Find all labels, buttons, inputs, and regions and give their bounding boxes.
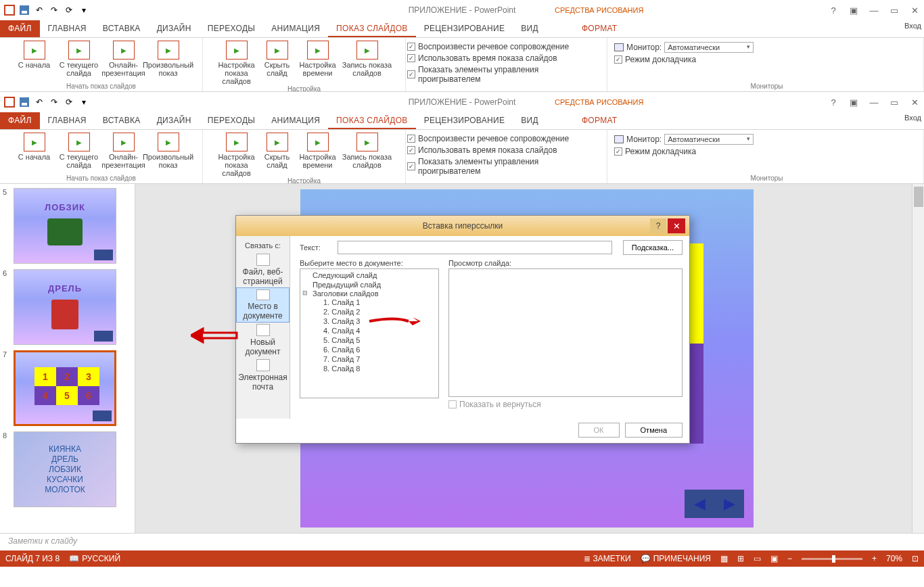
help-icon[interactable]: ? [827,3,840,17]
place-tree[interactable]: Следующий слайд Предыдущий слайд Заголов… [300,268,439,398]
slide-nav-buttons[interactable]: ◀▶ [685,490,744,518]
monitor-select[interactable]: Автоматически [664,134,754,145]
link-to-place-in-doc[interactable]: Место в документе [236,287,290,323]
minimize-icon[interactable]: — [867,3,881,17]
display-text-input[interactable] [338,241,612,254]
tab-slideshow[interactable]: ПОКАЗ СЛАЙДОВ [328,112,416,129]
btn-setup-show[interactable]: Настройка показа слайдов [216,131,258,177]
tab-review[interactable]: РЕЦЕНЗИРОВАНИЕ [416,20,513,37]
cb-media-controls[interactable]: ✓Показать элементы управления проигрыват… [407,65,603,84]
btn-from-beginning[interactable]: С начала [14,131,55,169]
sign-in-link[interactable]: Вход [904,114,921,122]
btn-hide-slide[interactable]: Скрыть слайд [260,39,294,85]
qat-redo-icon[interactable]: ↷ [47,3,61,17]
tab-animations[interactable]: АНИМАЦИЯ [263,112,328,129]
btn-from-beginning[interactable]: С начала [14,39,55,77]
tree-slide-6[interactable]: 6. Слайд 6 [300,345,438,354]
view-sorter-icon[interactable]: ⊞ [737,554,744,563]
zoom-out-icon[interactable]: − [787,554,792,563]
qat-repeat-icon[interactable]: ⟳ [62,95,76,109]
btn-rehearse[interactable]: Настройка времени [297,131,339,177]
qat-more-icon[interactable]: ▾ [77,95,91,109]
btn-hide-slide[interactable]: Скрыть слайд [260,131,294,177]
qat-repeat-icon[interactable]: ⟳ [62,3,76,17]
editor-scrollbar[interactable] [912,184,924,533]
btn-from-current[interactable]: С текущего слайда [58,39,100,77]
tab-file[interactable]: ФАЙЛ [0,112,40,129]
dialog-titlebar[interactable]: Вставка гиперссылки ? ✕ [236,216,689,236]
link-to-email[interactable]: Электронная почта [236,358,290,393]
tab-review[interactable]: РЕЦЕНЗИРОВАНИЕ [416,112,513,129]
help-icon[interactable]: ? [827,95,840,109]
thumb-6[interactable]: ДРЕЛЬ [14,269,116,345]
zoom-in-icon[interactable]: + [872,554,877,563]
qat-powerpoint-icon[interactable] [3,95,16,109]
restore-icon[interactable]: ▭ [887,95,901,109]
cb-presenter-view[interactable]: ✓Режим докладчика [614,147,754,156]
tree-next-slide[interactable]: Следующий слайд [300,271,438,280]
tab-file[interactable]: ФАЙЛ [0,20,40,37]
status-notes-toggle[interactable]: ≣ ЗАМЕТКИ [584,554,631,563]
btn-rehearse[interactable]: Настройка времени [297,39,339,85]
ribbon-options-icon[interactable]: ▣ [847,3,860,17]
tree-prev-slide[interactable]: Предыдущий слайд [300,280,438,289]
tab-animations[interactable]: АНИМАЦИЯ [263,20,328,37]
tab-transitions[interactable]: ПЕРЕХОДЫ [200,112,263,129]
ribbon-options-icon[interactable]: ▣ [847,95,860,109]
tab-view[interactable]: ВИД [513,20,547,37]
tab-slideshow[interactable]: ПОКАЗ СЛАЙДОВ [328,20,416,37]
link-to-new-doc[interactable]: Новый документ [236,323,290,358]
btn-record[interactable]: Запись показа слайдов [342,39,393,85]
monitor-select[interactable]: Автоматически [664,42,754,53]
tree-slide-8[interactable]: 8. Слайд 8 [300,364,438,373]
qat-save-icon[interactable] [18,3,31,17]
status-slide-count[interactable]: СЛАЙД 7 ИЗ 8 [5,554,60,563]
sign-in-link[interactable]: Вход [904,22,921,30]
tab-insert[interactable]: ВСТАВКА [95,112,149,129]
tree-slide-4[interactable]: 4. Слайд 4 [300,326,438,335]
tab-design[interactable]: ДИЗАЙН [149,20,200,37]
zoom-slider[interactable] [802,558,862,560]
tab-format[interactable]: ФОРМАТ [574,20,626,37]
status-comments-toggle[interactable]: 💬 ПРИМЕЧАНИЯ [641,554,711,563]
screentip-button[interactable]: Подсказка... [623,240,683,255]
close-icon[interactable]: ✕ [908,3,921,17]
qat-save-icon[interactable] [18,95,31,109]
tab-home[interactable]: ГЛАВНАЯ [40,20,95,37]
qat-redo-icon[interactable]: ↷ [47,95,61,109]
status-language[interactable]: 📖 РУССКИЙ [69,554,120,563]
view-slideshow-icon[interactable]: ▣ [770,554,778,563]
close-icon[interactable]: ✕ [908,95,921,109]
cb-timings[interactable]: ✓Использовать время показа слайдов [407,53,603,63]
dialog-help-icon[interactable]: ? [650,218,666,233]
tab-insert[interactable]: ВСТАВКА [95,20,149,37]
qat-undo-icon[interactable]: ↶ [32,95,46,109]
restore-icon[interactable]: ▭ [887,3,901,17]
dialog-close-icon[interactable]: ✕ [668,218,685,233]
view-reading-icon[interactable]: ▭ [754,554,761,563]
view-normal-icon[interactable]: ▦ [720,554,728,563]
tree-slide-titles[interactable]: Заголовки слайдов [300,289,438,298]
thumb-5[interactable]: ЛОБЗИК [14,188,116,264]
qat-undo-icon[interactable]: ↶ [32,3,46,17]
minimize-icon[interactable]: — [867,95,881,109]
btn-custom-show[interactable]: Произвольный показ [147,39,189,77]
link-to-file[interactable]: Файл, веб- страницей [236,252,290,287]
tab-view[interactable]: ВИД [513,112,547,129]
tree-slide-7[interactable]: 7. Слайд 7 [300,354,438,364]
btn-record[interactable]: Запись показа слайдов [342,131,393,177]
qat-powerpoint-icon[interactable] [3,3,16,17]
btn-present-online[interactable]: Онлайн- презентация [103,131,145,169]
tab-design[interactable]: ДИЗАЙН [149,112,200,129]
btn-setup-show[interactable]: Настройка показа слайдов [216,39,258,85]
zoom-level[interactable]: 70% [886,554,902,563]
cb-narrations[interactable]: ✓Воспроизвести речевое сопровождение [407,134,603,143]
tab-transitions[interactable]: ПЕРЕХОДЫ [200,20,263,37]
cb-media-controls[interactable]: ✓Показать элементы управления проигрыват… [407,157,603,176]
tab-home[interactable]: ГЛАВНАЯ [40,112,95,129]
thumb-7[interactable]: 123 456 [14,350,116,426]
cb-timings[interactable]: ✓Использовать время показа слайдов [407,145,603,155]
notes-pane[interactable]: Заметки к слайду [0,533,924,550]
tree-slide-1[interactable]: 1. Слайд 1 [300,298,438,307]
btn-from-current[interactable]: С текущего слайда [58,131,100,169]
